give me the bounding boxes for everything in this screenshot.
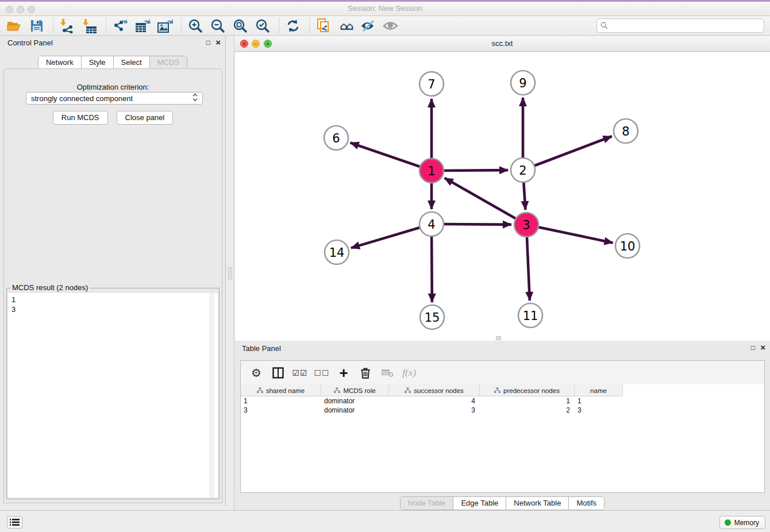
network-canvas[interactable]: 7968124314101511 xyxy=(234,52,770,341)
column-header-successor-nodes[interactable]: successor nodes xyxy=(389,384,480,396)
toolbar-separator xyxy=(106,18,106,33)
list-icon xyxy=(10,518,20,526)
main-toolbar: ⌂⌂ xyxy=(0,16,770,36)
table-cell[interactable]: 1 xyxy=(241,396,321,406)
table-cell[interactable]: 4 xyxy=(389,396,480,406)
toolbar-separator xyxy=(279,18,279,33)
home-icon[interactable]: ⌂⌂ xyxy=(337,17,355,34)
import-table-icon[interactable] xyxy=(81,17,98,34)
column-header-label: successor nodes xyxy=(414,387,463,394)
memory-button[interactable]: Memory xyxy=(719,516,765,529)
graph-edge-1-6[interactable] xyxy=(351,142,432,171)
window-titlebar: Session: New Session xyxy=(0,0,770,16)
task-history-button[interactable] xyxy=(7,516,22,529)
table-cell[interactable]: 3 xyxy=(241,406,321,415)
graph-edge-3-10[interactable] xyxy=(526,225,613,243)
hide-graphics-icon[interactable] xyxy=(360,17,377,34)
table-row[interactable]: 1dominator411 xyxy=(241,396,764,406)
function-builder-icon[interactable]: f(x) xyxy=(402,365,417,380)
table-cell[interactable]: dominator xyxy=(321,396,389,406)
mcds-result-group: MCDS result (2 nodes) 13 xyxy=(6,288,220,499)
float-table-panel-icon[interactable]: □ xyxy=(751,343,755,352)
zoom-out-icon[interactable] xyxy=(209,17,226,34)
column-header-name[interactable]: name xyxy=(575,384,623,396)
export-network-icon[interactable] xyxy=(111,17,129,34)
graph-node-label: 1 xyxy=(428,164,435,178)
result-line: 1 xyxy=(11,295,214,304)
close-panel-icon[interactable]: × xyxy=(215,38,221,47)
zoom-in-icon[interactable] xyxy=(187,17,204,34)
tab-edge-table[interactable]: Edge Table xyxy=(453,497,506,510)
search-input[interactable] xyxy=(610,22,760,30)
window-zoom-icon[interactable] xyxy=(28,6,35,13)
status-bar: Memory xyxy=(0,510,770,532)
table-cell[interactable]: 1 xyxy=(480,396,575,406)
canvas-scroll-grip[interactable] xyxy=(496,336,501,340)
network-zoom-icon[interactable]: + xyxy=(264,40,272,48)
search-icon xyxy=(600,22,608,29)
table-settings-icon[interactable]: ⚙ xyxy=(249,365,264,380)
graph-node-label: 7 xyxy=(428,78,435,91)
network-close-icon[interactable]: × xyxy=(240,40,248,48)
divider-grip[interactable] xyxy=(228,267,232,280)
table-tabbar: Node TableEdge TableNetwork TableMotifs xyxy=(234,496,770,510)
optimization-dropdown[interactable]: strongly connected component xyxy=(26,92,203,105)
table-cell[interactable]: 3 xyxy=(575,406,623,415)
export-table-icon[interactable] xyxy=(134,17,151,34)
column-type-icon xyxy=(405,387,411,394)
delete-table-icon[interactable] xyxy=(380,365,395,380)
table-rows: 1dominator4113dominator323 xyxy=(241,396,764,415)
table-cell[interactable]: dominator xyxy=(321,406,389,415)
tab-network[interactable]: Network xyxy=(38,56,82,69)
column-type-icon xyxy=(257,387,263,394)
table-row[interactable]: 3dominator323 xyxy=(241,406,764,415)
network-graph[interactable]: 7968124314101511 xyxy=(234,52,770,341)
table-panel-title: Table Panel xyxy=(242,344,281,353)
network-window-titlebar[interactable]: × − + scc.txt xyxy=(234,36,770,52)
search-field[interactable] xyxy=(596,18,764,33)
result-line: 3 xyxy=(11,304,214,314)
column-header-shared-name[interactable]: shared name xyxy=(241,384,321,396)
tab-network-table[interactable]: Network Table xyxy=(506,497,569,510)
import-network-icon[interactable] xyxy=(59,17,76,34)
close-table-panel-icon[interactable]: × xyxy=(760,343,765,352)
open-file-icon[interactable] xyxy=(6,17,23,34)
refresh-icon[interactable] xyxy=(284,17,302,34)
save-session-icon[interactable] xyxy=(28,17,45,34)
select-all-icon[interactable]: ☑☑ xyxy=(292,365,307,380)
add-column-icon[interactable]: + xyxy=(336,365,351,380)
panel-divider[interactable] xyxy=(226,36,234,510)
mcds-result-area[interactable]: 13 xyxy=(8,293,218,498)
graph-edge-3-1[interactable] xyxy=(445,178,526,225)
table-cell[interactable]: 3 xyxy=(389,406,480,415)
toolbar-separator xyxy=(181,18,182,33)
delete-row-icon[interactable] xyxy=(358,365,373,380)
column-header-predecessor-nodes[interactable]: predecessor nodes xyxy=(480,384,575,396)
window-minimize-icon[interactable] xyxy=(17,6,24,13)
result-scrollbar[interactable] xyxy=(209,293,214,498)
deselect-all-icon[interactable]: ☐☐ xyxy=(314,365,329,380)
tab-node-table[interactable]: Node Table xyxy=(401,497,454,510)
tab-style[interactable]: Style xyxy=(82,56,114,69)
zoom-fit-icon[interactable] xyxy=(232,17,249,34)
zoom-selected-icon[interactable] xyxy=(254,17,271,34)
tab-mcds[interactable]: MCDS xyxy=(150,56,187,69)
export-image-icon[interactable] xyxy=(156,17,174,34)
column-header-label: predecessor nodes xyxy=(503,387,560,394)
graph-edge-2-8[interactable] xyxy=(523,136,612,170)
clone-network-icon[interactable] xyxy=(315,17,332,34)
window-close-icon[interactable] xyxy=(6,6,13,13)
table-cell[interactable]: 2 xyxy=(480,406,575,415)
graph-node-label: 14 xyxy=(329,246,345,260)
float-panel-icon[interactable]: □ xyxy=(206,38,210,47)
tab-select[interactable]: Select xyxy=(114,56,150,69)
network-minimize-icon[interactable]: − xyxy=(252,40,260,48)
tab-motifs[interactable]: Motifs xyxy=(569,497,604,510)
show-columns-icon[interactable] xyxy=(271,365,286,380)
show-graphics-icon[interactable] xyxy=(382,17,399,34)
close-panel-button[interactable]: Close panel xyxy=(117,111,174,125)
graph-node-label: 3 xyxy=(522,218,530,232)
run-mcds-button[interactable]: Run MCDS xyxy=(53,111,108,125)
table-cell[interactable]: 1 xyxy=(575,396,623,406)
column-header-MCDS-role[interactable]: MCDS role xyxy=(321,384,389,396)
